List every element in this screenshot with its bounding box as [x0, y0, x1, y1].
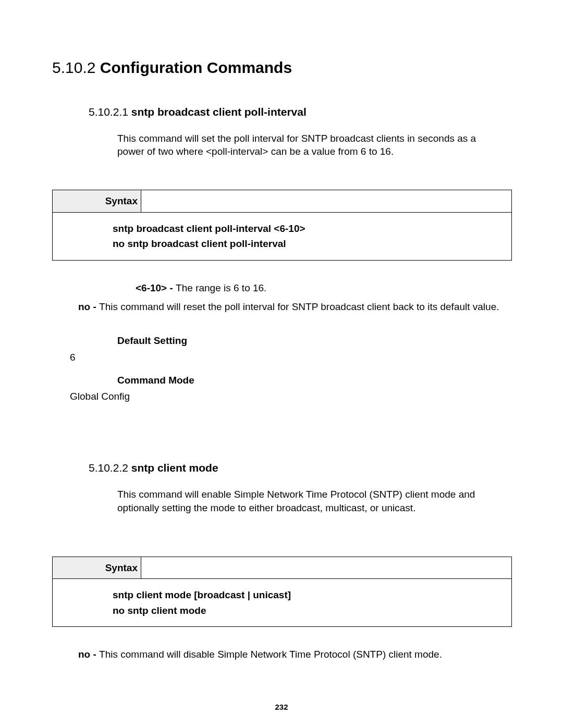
syntax-body-2: sntp client mode [broadcast | unicast] n… [53, 578, 511, 626]
parameters-block-1: <6-10> - The range is 6 to 16. no - This… [52, 281, 511, 403]
subsection-1-number: 5.10.2.1 [89, 106, 128, 118]
syntax-line: sntp broadcast client poll-interval <6-1… [113, 222, 511, 236]
command-mode-value: Global Config [52, 390, 511, 403]
param-text: The range is 6 to 16. [176, 282, 266, 293]
page-number: 232 [0, 702, 563, 712]
section-title: Configuration Commands [100, 59, 292, 76]
subsection-1-title: sntp broadcast client poll-interval [131, 106, 307, 118]
section-number: 5.10.2 [52, 59, 95, 76]
subsection-1-description: This command will set the poll interval … [52, 132, 511, 158]
no-text: This command will reset the poll interva… [99, 301, 499, 312]
syntax-line: sntp client mode [broadcast | unicast] [113, 588, 511, 602]
subsection-heading-1: 5.10.2.1 sntp broadcast client poll-inte… [52, 105, 511, 119]
param-label: <6-10> - [136, 282, 176, 293]
no-label: no - [78, 301, 99, 312]
syntax-label-2: Syntax [53, 557, 141, 579]
subsection-2-title: sntp client mode [131, 462, 218, 474]
section-heading: 5.10.2 Configuration Commands [52, 57, 511, 79]
no-label: no - [78, 649, 99, 660]
no-description-2: no - This command will disable Simple Ne… [52, 648, 511, 661]
subsection-2-number: 5.10.2.2 [89, 462, 128, 474]
no-description-1: no - This command will reset the poll in… [52, 300, 511, 314]
no-text: This command will disable Simple Network… [99, 649, 442, 660]
param-range: <6-10> - The range is 6 to 16. [52, 281, 511, 295]
command-mode-label: Command Mode [52, 374, 511, 387]
document-page: 5.10.2 Configuration Commands 5.10.2.1 s… [0, 0, 563, 728]
default-setting-label: Default Setting [52, 334, 511, 348]
subsection-2-description: This command will enable Simple Network … [52, 488, 511, 514]
syntax-line: no sntp broadcast client poll-interval [113, 237, 511, 251]
syntax-box-1: Syntax sntp broadcast client poll-interv… [52, 190, 512, 261]
syntax-box-2: Syntax sntp client mode [broadcast | uni… [52, 557, 512, 627]
default-setting-value: 6 [52, 351, 511, 364]
syntax-line: no sntp client mode [113, 604, 511, 618]
syntax-body-1: sntp broadcast client poll-interval <6-1… [53, 212, 511, 260]
subsection-heading-2: 5.10.2.2 sntp client mode [52, 461, 511, 475]
syntax-label-1: Syntax [53, 190, 141, 213]
